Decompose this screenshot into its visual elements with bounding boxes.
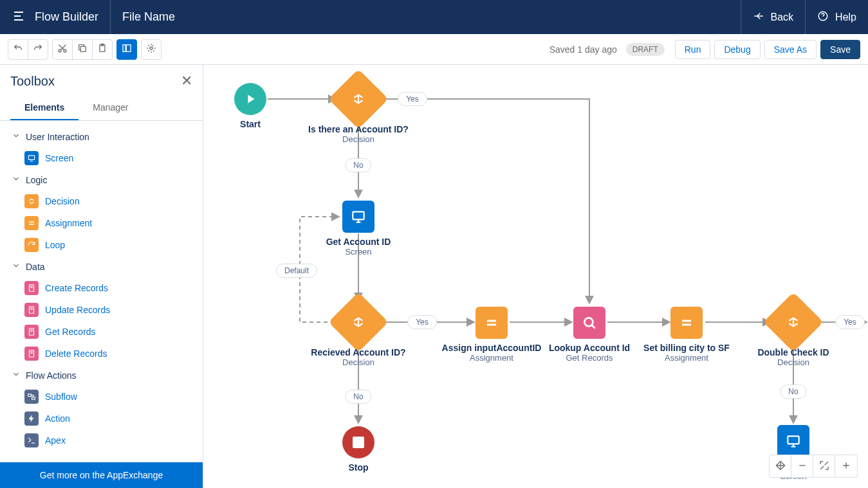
tab-elements[interactable]: Elements [10,96,78,120]
node-lookup-account-id[interactable]: Lookup Account Id Get Records [538,307,641,363]
zoom-in-button[interactable] [835,455,857,477]
save-button[interactable]: Save [820,40,860,59]
svg-point-17 [584,318,593,326]
app-header: Flow Builder File Name Back Help [0,0,868,34]
edge-label-yes[interactable]: Yes [407,315,437,329]
svg-rect-14 [28,394,32,397]
category-header[interactable]: Logic [8,169,195,190]
loop-icon [24,238,39,252]
svg-rect-6 [123,45,125,52]
category-header[interactable]: User Interaction [8,126,195,147]
draft-badge: DRAFT [626,43,665,56]
element-label: Assignment [45,218,92,228]
node-label: Start [240,119,261,129]
redo-button[interactable] [28,39,48,60]
element-item[interactable]: Apex [8,429,195,451]
back-button[interactable]: Back [741,0,806,34]
toolbar: Saved 1 day ago DRAFT Run Debug Save As … [0,34,868,65]
redo-icon [33,43,43,55]
node-sublabel: Get Records [566,353,613,363]
svg-rect-18 [788,436,799,444]
close-icon: ✕ [181,73,192,89]
element-item[interactable]: Delete Records [8,343,195,365]
element-item[interactable]: Action [8,408,195,429]
element-item[interactable]: Create Records [8,277,195,299]
node-decision-received-account-id[interactable]: Recieved Account ID? Decision [307,301,410,367]
node-assign-input-account-id[interactable]: Assign inputAccountID Assignment [440,307,543,363]
paste-button[interactable] [92,39,113,60]
element-item[interactable]: Subflow [8,386,195,408]
toolbox-title: Toolbox [10,74,55,89]
category-header[interactable]: Data [8,256,195,277]
svg-rect-3 [80,46,86,51]
data-icon [24,281,39,295]
svg-rect-15 [32,397,35,400]
node-label: Stop [348,462,368,473]
node-start[interactable]: Start [203,83,302,129]
node-sublabel: Assignment [665,353,708,363]
toggle-toolbox-button[interactable] [116,39,137,60]
action-icon [24,411,39,426]
node-screen-get-account-id[interactable]: Get Account ID Screen [307,201,410,257]
element-label: Get Records [45,327,96,337]
tab-manager[interactable]: Manager [78,96,142,120]
cut-button[interactable] [52,39,73,60]
element-label: Update Records [45,305,110,315]
node-decision-account-id[interactable]: Is there an Account ID? Decision [307,78,410,144]
paste-icon [97,43,107,55]
node-label: Assign inputAccountID [442,343,542,353]
element-item[interactable]: Decision [8,190,195,212]
copy-button[interactable] [72,39,93,60]
toolbox-content: User InteractionScreenLogicDecisionAssig… [0,121,203,462]
appexchange-link[interactable]: Get more on the AppExchange [0,462,203,488]
plus-icon [841,460,851,473]
element-item[interactable]: Get Records [8,321,195,343]
apex-icon [24,433,39,447]
category-label: Data [26,262,45,272]
pan-button[interactable] [770,455,791,477]
help-icon [817,10,829,24]
node-label: Get Account ID [326,237,391,247]
run-button[interactable]: Run [675,40,711,59]
copy-icon [77,43,88,55]
element-label: Create Records [45,283,108,293]
settings-button[interactable] [141,39,162,60]
back-label: Back [771,12,794,23]
element-item[interactable]: Screen [8,147,195,169]
category-header[interactable]: Flow Actions [8,365,195,386]
assign-icon [24,216,39,230]
close-toolbox-button[interactable]: ✕ [181,73,192,89]
canvas-controls [769,455,858,478]
element-label: Screen [45,153,73,163]
toolbox-sidebar: Toolbox ✕ Elements Manager User Interact… [0,65,203,488]
node-decision-double-check[interactable]: Double Check ID Decision [742,301,845,367]
screen-icon [24,151,39,165]
node-stop[interactable]: Stop [307,426,410,473]
edge-label-default[interactable]: Default [276,264,317,278]
undo-icon [13,43,23,55]
fit-button[interactable] [813,455,835,477]
edge-label-no[interactable]: No [780,384,806,399]
element-item[interactable]: Update Records [8,299,195,321]
edge-label-no[interactable]: No [345,390,371,404]
svg-point-1 [59,50,61,52]
save-as-button[interactable]: Save As [764,40,817,59]
node-sublabel: Decision [342,134,374,144]
help-label: Help [835,12,856,23]
undo-button[interactable] [8,39,28,60]
element-item[interactable]: Assignment [8,212,195,234]
help-button[interactable]: Help [805,0,868,34]
gear-icon [146,43,156,55]
edge-label-no[interactable]: No [345,158,371,172]
flow-canvas[interactable]: Yes No Default Yes No Yes No Start Is th… [203,65,868,488]
category-label: Flow Actions [26,370,77,381]
node-sublabel: Decision [777,357,809,367]
category-label: Logic [26,175,47,185]
node-assignment-set-billing[interactable]: Set billing city to SF Assignment [635,307,738,363]
node-label: Set billing city to SF [643,343,730,353]
debug-button[interactable]: Debug [714,40,760,59]
decision-icon [24,194,39,208]
data-icon [24,303,39,317]
element-item[interactable]: Loop [8,234,195,256]
zoom-out-button[interactable] [791,455,813,477]
